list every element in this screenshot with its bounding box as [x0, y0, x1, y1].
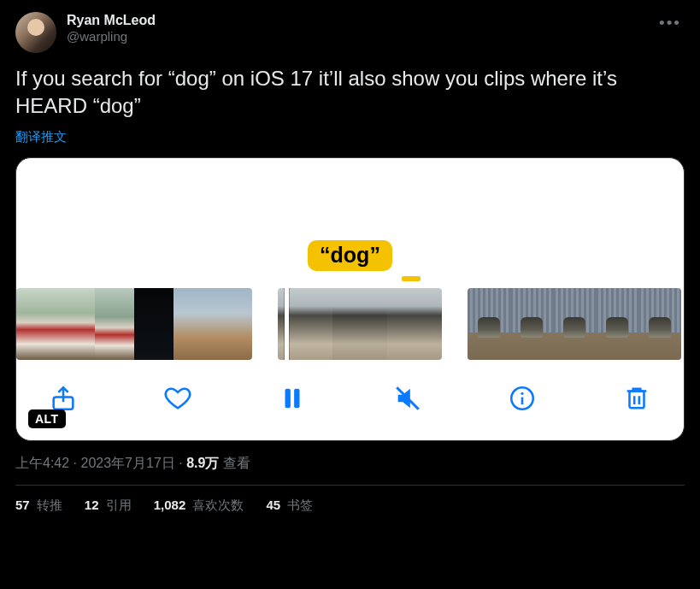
likes-stat[interactable]: 1,082 喜欢次数: [154, 498, 244, 514]
views-count: 8.9万: [186, 456, 219, 470]
timeline-frame: [95, 288, 134, 360]
tweet-date[interactable]: 2023年7月17日: [80, 456, 174, 470]
author-display-name: Ryan McLeod: [67, 12, 156, 29]
tweet-meta: 上午4:422023年7月17日8.9万 查看: [15, 455, 685, 473]
quotes-stat[interactable]: 12 引用: [85, 498, 132, 514]
timeline-frame: [638, 288, 681, 360]
timeline-frame: [174, 288, 213, 360]
timeline-frame: [56, 288, 95, 360]
retweets-stat[interactable]: 57 转推: [15, 498, 62, 514]
timeline-clip[interactable]: [16, 288, 252, 360]
timeline-frame: [134, 288, 174, 360]
caption-pointer-row: [16, 276, 684, 288]
speaker-muted-icon: [393, 384, 422, 413]
delete-button[interactable]: [619, 380, 655, 416]
caption-chip-row: “dog”: [16, 240, 684, 276]
svg-point-4: [521, 392, 523, 395]
caption-chip: “dog”: [308, 240, 392, 271]
svg-rect-2: [295, 388, 300, 408]
tweet-container: Ryan McLeod @warpling ••• If you search …: [0, 0, 700, 522]
like-button[interactable]: [160, 380, 196, 416]
timeline-frame: [16, 288, 56, 360]
svg-rect-1: [285, 388, 291, 408]
timeline-clip[interactable]: [468, 288, 681, 360]
alt-badge[interactable]: ALT: [28, 409, 66, 428]
timeline-frame: [213, 288, 252, 360]
tweet-time[interactable]: 上午4:42: [15, 456, 69, 470]
pause-button[interactable]: [274, 380, 310, 416]
tweet-text: If you search for “dog” on iOS 17 it’ll …: [15, 65, 685, 121]
timeline-frame: [553, 288, 596, 360]
timeline-frame: [510, 288, 553, 360]
tweet-stats: 57 转推 12 引用 1,082 喜欢次数 45 书签: [15, 486, 685, 514]
media-toolbar: [16, 360, 684, 440]
info-icon: [508, 384, 537, 413]
timeline-clip[interactable]: [278, 288, 442, 360]
tweet-header: Ryan McLeod @warpling •••: [15, 12, 685, 53]
mute-button[interactable]: [390, 380, 426, 416]
caption-pointer-icon: [402, 276, 421, 281]
svg-rect-5: [629, 391, 644, 408]
avatar[interactable]: [15, 12, 56, 53]
more-options-button[interactable]: •••: [656, 12, 685, 34]
timeline-frame: [387, 288, 442, 360]
info-button[interactable]: [504, 380, 540, 416]
share-icon: [49, 384, 78, 413]
author-block[interactable]: Ryan McLeod @warpling: [67, 12, 156, 45]
media-card[interactable]: “dog”: [15, 157, 685, 441]
playhead-icon[interactable]: [285, 288, 289, 360]
media-whitespace: [16, 158, 684, 240]
translate-link[interactable]: 翻译推文: [15, 129, 685, 145]
video-timeline[interactable]: [16, 288, 684, 360]
bookmarks-stat[interactable]: 45 书签: [266, 498, 313, 514]
trash-icon: [622, 384, 651, 413]
views-label: 查看: [219, 456, 250, 470]
timeline-frame: [468, 288, 510, 360]
author-handle: @warpling: [67, 29, 156, 45]
heart-icon: [163, 384, 192, 413]
pause-icon: [278, 384, 307, 413]
timeline-frame: [332, 288, 387, 360]
timeline-frame: [596, 288, 638, 360]
